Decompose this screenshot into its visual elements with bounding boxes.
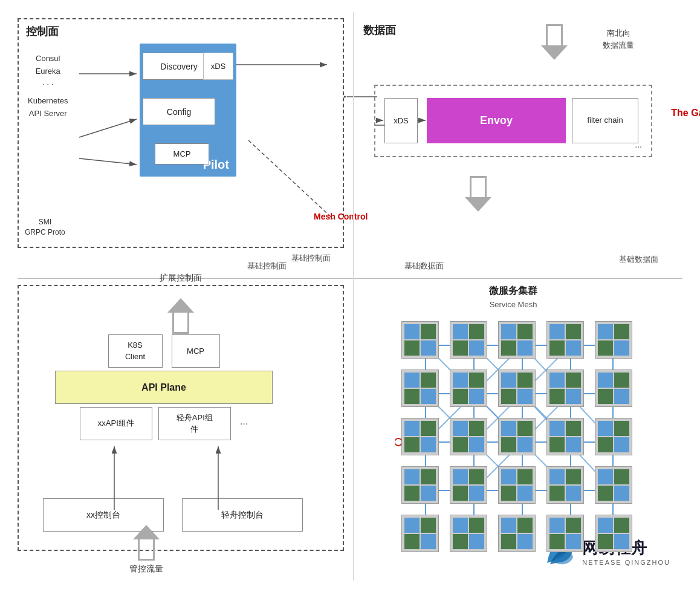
api-plane-area: K8S Client MCP API Plane xxAPI组件 — [55, 334, 273, 440]
mesh-node-inner — [598, 389, 613, 404]
mesh-node-inner — [501, 469, 516, 484]
mesh-node-inner — [453, 421, 468, 436]
mesh-node-inner — [404, 421, 420, 436]
mesh-node-inner — [614, 324, 629, 339]
mesh-node-inner — [404, 469, 420, 484]
dp-down-arrow — [465, 176, 491, 212]
mesh-node — [546, 369, 584, 407]
mesh-node-inner — [404, 437, 420, 452]
eureka-label: Eureka — [28, 65, 68, 78]
mesh-node-inner — [517, 437, 533, 452]
mesh-node-inner — [549, 421, 565, 436]
api-mcp2-box: MCP — [172, 334, 220, 368]
mesh-node-inner — [614, 340, 629, 356]
mesh-node-inner — [566, 534, 581, 549]
mesh-node-inner — [421, 534, 436, 549]
qingzhou-api-label: 轻舟API组 件 — [177, 412, 213, 434]
cp-smi-label: SMI GRPC Proto — [25, 217, 65, 238]
ext-up-arrow — [167, 298, 194, 334]
mesh-node-inner — [614, 389, 629, 404]
mesh-node-inner — [501, 437, 516, 452]
mesh-node — [450, 515, 487, 552]
mesh-node-inner — [549, 486, 565, 501]
mesh-node-inner — [453, 340, 468, 356]
mesh-node-inner — [421, 469, 436, 484]
service-mesh-subtitle: Service Mesh — [356, 300, 670, 309]
mesh-node-inner — [598, 518, 613, 533]
ns-arrow-head — [541, 45, 568, 60]
mesh-node-inner — [469, 469, 484, 484]
qingzhou-api-box: 轻舟API组 件 — [158, 407, 231, 440]
mesh-node-inner — [614, 437, 629, 452]
guankong-arrow-shaft — [138, 539, 155, 561]
mesh-node-inner — [517, 469, 533, 484]
cp-pilot-box: Pilot Discovery Config MCP — [140, 44, 236, 177]
api-plane-box: API Plane — [55, 371, 273, 404]
mesh-node-inner — [566, 437, 581, 452]
mesh-node-inner — [598, 486, 613, 501]
mesh-node-inner — [517, 421, 533, 436]
guankong-up-arrow — [133, 525, 160, 561]
mesh-node-inner — [614, 421, 629, 436]
mesh-node-inner — [469, 518, 484, 533]
control-plane: 控制面 Consul Eureka · · · Kubernetes API S… — [18, 18, 344, 248]
mesh-node-inner — [453, 518, 468, 533]
data-plane: 数据面 南北向 数据流量 xDS — [356, 18, 670, 248]
mesh-node-inner — [469, 389, 484, 404]
mesh-node — [401, 418, 439, 455]
ext-up-arrow-area — [167, 298, 194, 334]
mesh-node — [546, 321, 584, 359]
mesh-node-inner — [404, 534, 420, 549]
logo-sub-text: NETEASE QINGZHOU — [582, 559, 670, 566]
mesh-node-inner — [549, 389, 565, 404]
ext-control-title: 扩展控制面 — [160, 273, 202, 284]
v-divider — [353, 12, 354, 581]
mesh-node-inner — [453, 324, 468, 339]
mesh-node — [401, 321, 439, 359]
mesh-node-inner — [469, 437, 484, 452]
mesh-node-inner — [421, 421, 436, 436]
guankong-arrow-head — [133, 525, 160, 539]
mesh-node-inner — [549, 373, 565, 388]
mesh-node — [450, 418, 487, 455]
mesh-node-inner — [404, 389, 420, 404]
mesh-node — [450, 466, 487, 504]
consul-label: Consul — [28, 53, 68, 65]
cp-xds-box: xDS — [203, 53, 233, 80]
mesh-node — [498, 369, 536, 407]
mesh-node-inner — [517, 389, 533, 404]
api-dotdotdot: ··· — [240, 407, 248, 440]
mesh-node-inner — [421, 486, 436, 501]
bottom-center-area: 管控流量 — [129, 525, 163, 575]
mesh-node-inner — [469, 534, 484, 549]
service-mesh: 微服务集群 Service Mesh — [356, 285, 670, 551]
api-components-row: xxAPI组件 轻舟API组 件 ··· — [55, 407, 273, 440]
mesh-node — [498, 515, 536, 552]
mesh-node-inner — [453, 437, 468, 452]
mesh-control-label: Mesh Control — [314, 212, 368, 221]
mesh-node — [498, 418, 536, 455]
mesh-node — [595, 466, 632, 504]
ns-arrow-area — [541, 24, 568, 60]
mesh-node-inner — [453, 534, 468, 549]
svg-line-3 — [79, 119, 137, 137]
mesh-node-inner — [614, 518, 629, 533]
cp-dp-arrow-svg — [344, 18, 380, 127]
api-k8s-box: K8S Client — [108, 334, 163, 368]
mesh-node-inner — [566, 486, 581, 501]
mesh-nodes-container — [395, 315, 631, 533]
mesh-node-inner — [501, 534, 516, 549]
mesh-node-inner — [404, 373, 420, 388]
mesh-node-inner — [501, 421, 516, 436]
ext-arrow-shaft — [172, 313, 189, 334]
mesh-node — [595, 321, 632, 359]
mesh-node-inner — [501, 518, 516, 533]
mesh-node-inner — [614, 486, 629, 501]
mesh-node-inner — [549, 324, 565, 339]
mesh-node-inner — [566, 518, 581, 533]
guankong-label: 管控流量 — [129, 564, 163, 575]
k8s-label: Kubernetes — [28, 95, 68, 108]
mesh-node-inner — [501, 324, 516, 339]
mesh-node — [450, 321, 487, 359]
dp-arrow-head — [465, 197, 491, 212]
